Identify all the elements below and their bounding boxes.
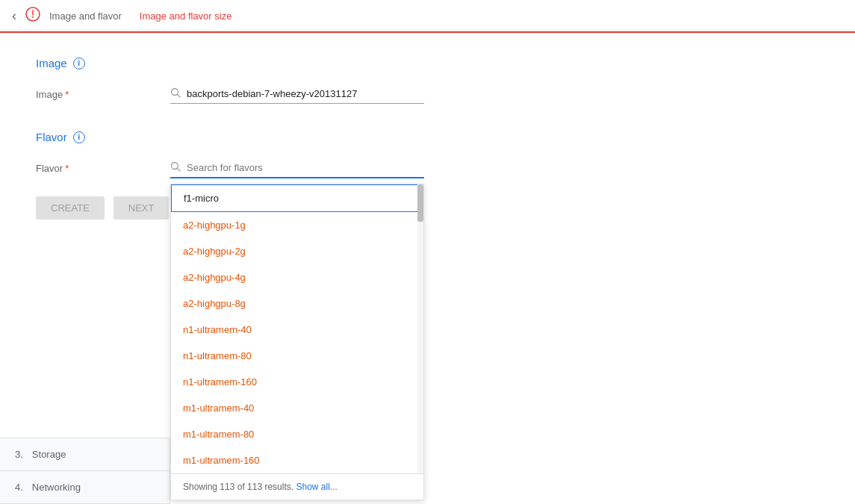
sidebar-step-storage[interactable]: 3. Storage <box>0 438 170 471</box>
flavor-info-icon[interactable]: i <box>73 131 85 143</box>
flavor-field-label: Flavor* <box>36 163 170 174</box>
chevron-down-icon[interactable]: ‹ <box>12 8 16 24</box>
dropdown-item-m1-ultramem-160[interactable]: m1-ultramem-160 <box>171 447 423 473</box>
flavor-section: Flavor i Flavor* <box>36 131 819 220</box>
flavor-input-wrapper[interactable] <box>170 158 424 178</box>
dropdown-item-f1-micro[interactable]: f1-micro <box>171 184 423 212</box>
dropdown-result-count: Showing 113 of 113 results. <box>183 482 293 492</box>
flavor-search-icon <box>170 161 181 174</box>
flavor-search-input[interactable] <box>187 162 424 173</box>
sidebar-step-networking[interactable]: 4. Networking <box>0 471 170 504</box>
networking-step-label: Networking <box>32 482 81 493</box>
top-bar-subtitle: Image and flavor size <box>140 10 232 22</box>
show-all-link[interactable]: Show all... <box>296 482 337 492</box>
image-input-wrapper[interactable]: backports-debian-7-wheezy-v20131127 <box>170 84 424 104</box>
sidebar: 3. Storage 4. Networking <box>0 438 170 504</box>
flavor-section-title: Flavor <box>36 131 67 143</box>
dropdown-item-n1-ultramem-40[interactable]: n1-ultramem-40 <box>171 317 423 343</box>
flavor-dropdown: f1-micro a2-highgpu-1g a2-highgpu-2g a2-… <box>170 184 424 500</box>
image-section: Image i Image* backports-debian-7-wheezy… <box>36 57 819 104</box>
main-content: Image i Image* backports-debian-7-wheezy… <box>0 33 855 504</box>
next-button[interactable]: NEXT <box>114 196 170 220</box>
image-field-row: Image* backports-debian-7-wheezy-v201311… <box>36 84 819 104</box>
layout: Image i Image* backports-debian-7-wheezy… <box>0 33 855 504</box>
storage-step-label: Storage <box>32 449 66 460</box>
dropdown-scrollbar <box>417 184 423 473</box>
dropdown-scrollbar-thumb[interactable] <box>417 184 423 222</box>
button-row: CREATE NEXT C <box>36 196 819 220</box>
svg-point-2 <box>32 16 34 18</box>
image-section-header: Image i <box>36 57 819 69</box>
dropdown-item-a2-highgpu-4g[interactable]: a2-highgpu-4g <box>171 264 423 290</box>
svg-line-4 <box>178 95 181 98</box>
dropdown-item-a2-highgpu-8g[interactable]: a2-highgpu-8g <box>171 290 423 317</box>
image-section-title: Image <box>36 57 67 69</box>
dropdown-item-n1-ultramem-160[interactable]: n1-ultramem-160 <box>171 369 423 395</box>
image-value: backports-debian-7-wheezy-v20131127 <box>187 88 357 99</box>
search-icon <box>170 87 181 100</box>
image-info-icon[interactable]: i <box>73 57 85 69</box>
dropdown-item-m1-ultramem-80[interactable]: m1-ultramem-80 <box>171 421 423 447</box>
flavor-dropdown-container: f1-micro a2-highgpu-1g a2-highgpu-2g a2-… <box>170 158 424 178</box>
flavor-field-row: Flavor* <box>36 158 819 178</box>
create-button[interactable]: CREATE <box>36 196 105 220</box>
top-bar: ‹ Image and flavor Image and flavor size <box>0 0 855 33</box>
svg-line-6 <box>178 169 181 172</box>
top-bar-title: Image and flavor <box>49 10 122 22</box>
alert-icon <box>25 7 40 25</box>
dropdown-item-a2-highgpu-2g[interactable]: a2-highgpu-2g <box>171 238 423 264</box>
dropdown-item-n1-ultramem-80[interactable]: n1-ultramem-80 <box>171 343 423 369</box>
networking-step-num: 4. <box>15 482 23 493</box>
flavor-section-header: Flavor i <box>36 131 819 143</box>
image-field-label: Image* <box>36 89 170 100</box>
dropdown-footer: Showing 113 of 113 results. Show all... <box>171 473 423 500</box>
dropdown-item-m1-ultramem-40[interactable]: m1-ultramem-40 <box>171 395 423 421</box>
storage-step-num: 3. <box>15 449 23 460</box>
dropdown-item-a2-highgpu-1g[interactable]: a2-highgpu-1g <box>171 212 423 238</box>
